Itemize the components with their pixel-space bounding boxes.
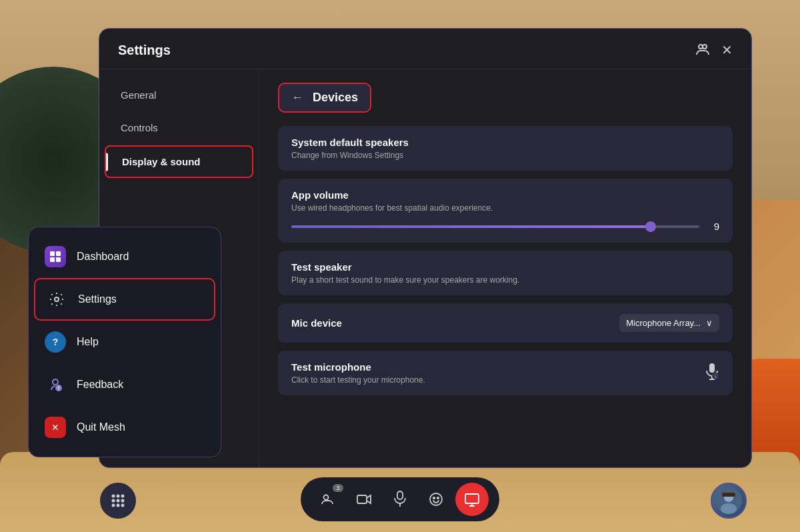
test-mic-title: Test microphone (291, 361, 425, 373)
sidebar-item-controls[interactable]: Controls (105, 113, 253, 143)
nav-item-help[interactable]: ? Help (29, 321, 221, 363)
volume-controls: 9 (291, 221, 719, 232)
svg-rect-30 (465, 494, 479, 503)
mic-device-row: Mic device Microphone Array... ∨ (278, 303, 733, 343)
settings-title: Settings (118, 43, 171, 58)
svg-point-21 (117, 504, 120, 507)
sidebar-label-controls: Controls (121, 122, 158, 133)
svg-point-20 (112, 504, 115, 507)
svg-rect-10 (56, 257, 61, 262)
svg-rect-24 (357, 495, 367, 503)
sidebar-label-general: General (121, 89, 156, 101)
test-speaker-subtitle: Play a short test sound to make sure you… (291, 275, 519, 285)
volume-row: App volume Use wired headphones for best… (278, 179, 733, 243)
svg-point-28 (433, 497, 435, 499)
test-mic-button[interactable]: ↑ (705, 363, 719, 384)
mic-device-controls: Microphone Array... ∨ (619, 314, 719, 332)
volume-slider-fill (291, 225, 651, 228)
settings-header: Settings ✕ (99, 29, 751, 69)
svg-point-23 (324, 495, 329, 500)
svg-rect-2 (709, 363, 715, 373)
svg-point-27 (430, 493, 442, 505)
svg-point-1 (703, 45, 707, 49)
apps-grid-button[interactable] (100, 483, 136, 519)
help-icon: ? (45, 331, 66, 353)
volume-slider-thumb[interactable] (645, 221, 656, 232)
test-speaker-info: Test speaker Play a short test sound to … (291, 261, 519, 285)
test-speaker-title: Test speaker (291, 261, 519, 273)
devices-title: Devices (313, 91, 358, 105)
taskbar: 3 (301, 477, 499, 521)
svg-point-12 (53, 379, 58, 385)
speakers-row: System default speakers Change from Wind… (278, 126, 733, 171)
mic-dropdown-label: Microphone Array... (626, 318, 701, 328)
test-microphone-row: Test microphone Click to start testing y… (278, 351, 733, 395)
volume-inner: App volume Use wired headphones for best… (291, 189, 719, 232)
feedback-icon (45, 374, 66, 395)
test-mic-action: ↑ (705, 363, 719, 384)
volume-header: App volume (291, 189, 719, 201)
svg-point-17 (112, 499, 115, 503)
svg-point-19 (121, 499, 125, 503)
camera-button[interactable] (347, 483, 381, 516)
svg-point-18 (117, 499, 120, 503)
sidebar-item-display-sound[interactable]: Display & sound (105, 145, 253, 178)
speakers-title: System default speakers (291, 137, 409, 148)
emoji-button[interactable] (419, 483, 453, 516)
svg-point-16 (121, 495, 125, 498)
svg-point-11 (55, 297, 59, 301)
test-speaker-row: Test speaker Play a short test sound to … (278, 251, 733, 295)
sidebar-label-display-sound: Display & sound (122, 156, 201, 167)
participant-count: 3 (333, 484, 343, 492)
dashboard-icon (45, 246, 66, 267)
sidebar-item-general[interactable]: General (105, 80, 253, 110)
back-button[interactable]: ← (291, 91, 303, 105)
nav-panel: Dashboard Settings ? Help Feedback ✕ (28, 227, 221, 457)
nav-label-dashboard: Dashboard (77, 251, 129, 263)
test-mic-subtitle: Click to start testing your microphone. (291, 375, 425, 385)
svg-rect-34 (722, 493, 735, 497)
nav-label-quit: Quit Mesh (77, 421, 125, 433)
chevron-down-icon: ∨ (706, 318, 713, 328)
svg-rect-7 (50, 251, 55, 256)
nav-item-feedback[interactable]: Feedback (29, 363, 221, 406)
svg-point-15 (117, 495, 120, 498)
devices-section-header: ← Devices (278, 83, 371, 113)
svg-rect-8 (56, 251, 61, 256)
nav-label-help: Help (77, 336, 99, 348)
svg-point-14 (112, 495, 115, 498)
nav-label-settings: Settings (78, 293, 117, 305)
svg-rect-25 (397, 491, 403, 499)
speakers-subtitle: Change from Windows Settings (291, 151, 409, 160)
volume-slider-track[interactable] (291, 225, 699, 228)
settings-main: ← Devices System default speakers Change… (259, 69, 751, 467)
svg-text:↑: ↑ (714, 374, 717, 380)
svg-point-29 (437, 497, 439, 499)
svg-rect-9 (50, 257, 55, 262)
mic-device-info: Mic device (291, 317, 342, 329)
svg-point-33 (721, 503, 737, 514)
mic-device-title: Mic device (291, 317, 342, 329)
test-mic-info: Test microphone Click to start testing y… (291, 361, 425, 385)
quit-icon: ✕ (45, 417, 66, 438)
volume-title: App volume (291, 189, 349, 201)
user-avatar[interactable] (711, 483, 747, 519)
nav-item-quit[interactable]: ✕ Quit Mesh (29, 406, 221, 449)
settings-header-actions: ✕ (695, 42, 733, 58)
profile-icon-button[interactable] (695, 42, 711, 58)
settings-icon (46, 289, 67, 310)
nav-label-feedback: Feedback (77, 379, 123, 391)
volume-subtitle: Use wired headphones for best spatial au… (291, 203, 719, 213)
speakers-info: System default speakers Change from Wind… (291, 137, 409, 160)
mic-device-dropdown[interactable]: Microphone Array... ∨ (619, 314, 719, 332)
participants-button[interactable]: 3 (311, 483, 345, 516)
microphone-button[interactable] (383, 483, 417, 516)
nav-item-settings[interactable]: Settings (34, 278, 215, 321)
share-screen-button[interactable] (455, 483, 489, 516)
volume-value: 9 (706, 221, 719, 232)
nav-item-dashboard[interactable]: Dashboard (29, 235, 221, 278)
svg-point-22 (121, 504, 125, 507)
close-button[interactable]: ✕ (721, 42, 733, 58)
